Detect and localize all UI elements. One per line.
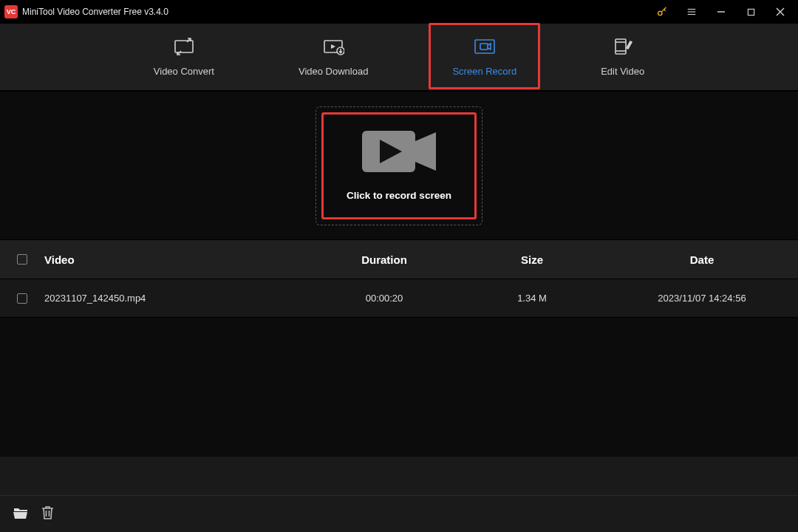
menu-icon[interactable] xyxy=(677,0,706,24)
delete-button[interactable] xyxy=(41,505,54,522)
highlight-box xyxy=(429,23,540,89)
tab-label: Screen Record xyxy=(452,66,516,77)
titlebar: VC MiniTool Video Converter Free v3.4.0 xyxy=(0,0,798,24)
table-header: Video Duration Size Date xyxy=(0,239,798,279)
svg-rect-14 xyxy=(615,39,626,54)
header-duration: Duration xyxy=(310,253,458,266)
header-video: Video xyxy=(44,253,310,266)
open-folder-button[interactable] xyxy=(13,506,28,522)
tab-screen-record[interactable]: Screen Record xyxy=(443,33,525,81)
cell-date: 2023/11/07 14:24:56 xyxy=(606,293,798,304)
svg-rect-5 xyxy=(748,9,754,15)
app-logo-icon: VC xyxy=(4,5,18,18)
header-date: Date xyxy=(606,253,798,266)
convert-icon xyxy=(173,38,195,55)
app-title: MiniTool Video Converter Free v3.4.0 xyxy=(22,7,168,17)
row-checkbox[interactable] xyxy=(17,293,27,304)
tab-video-convert[interactable]: Video Convert xyxy=(145,33,223,81)
svg-marker-10 xyxy=(331,44,335,49)
tab-label: Video Convert xyxy=(154,66,214,77)
cell-video: 20231107_142450.mp4 xyxy=(44,293,310,304)
download-icon xyxy=(322,38,344,55)
minimize-button[interactable] xyxy=(706,0,736,24)
select-all-checkbox[interactable] xyxy=(17,254,27,265)
table-row[interactable]: 20231107_142450.mp4 00:00:20 1.34 M 2023… xyxy=(0,279,798,318)
upgrade-key-icon[interactable] xyxy=(647,0,677,24)
svg-rect-12 xyxy=(475,40,494,53)
cell-duration: 00:00:20 xyxy=(310,293,458,304)
record-inner-highlight: Click to record screen xyxy=(321,112,477,219)
tab-edit-video[interactable]: Edit Video xyxy=(592,33,653,81)
cell-size: 1.34 M xyxy=(458,293,606,304)
camera-icon xyxy=(362,131,436,175)
tab-label: Video Download xyxy=(299,66,368,77)
edit-icon xyxy=(613,38,632,55)
svg-rect-8 xyxy=(175,41,193,52)
tab-video-download[interactable]: Video Download xyxy=(290,33,377,81)
record-icon xyxy=(474,38,496,55)
record-label: Click to record screen xyxy=(347,190,451,201)
footer xyxy=(0,495,798,532)
maximize-button[interactable] xyxy=(736,0,765,24)
nav-tabs: Video Convert Video Download Screen Reco… xyxy=(0,24,798,92)
title-left: VC MiniTool Video Converter Free v3.4.0 xyxy=(3,5,168,18)
tab-label: Edit Video xyxy=(601,66,644,77)
table-body: 20231107_142450.mp4 00:00:20 1.34 M 2023… xyxy=(0,279,798,457)
record-button[interactable]: Click to record screen xyxy=(316,106,482,225)
title-controls xyxy=(647,0,795,24)
header-size: Size xyxy=(458,253,606,266)
close-button[interactable] xyxy=(765,0,795,24)
svg-rect-13 xyxy=(480,44,488,50)
record-area: Click to record screen xyxy=(0,92,798,239)
